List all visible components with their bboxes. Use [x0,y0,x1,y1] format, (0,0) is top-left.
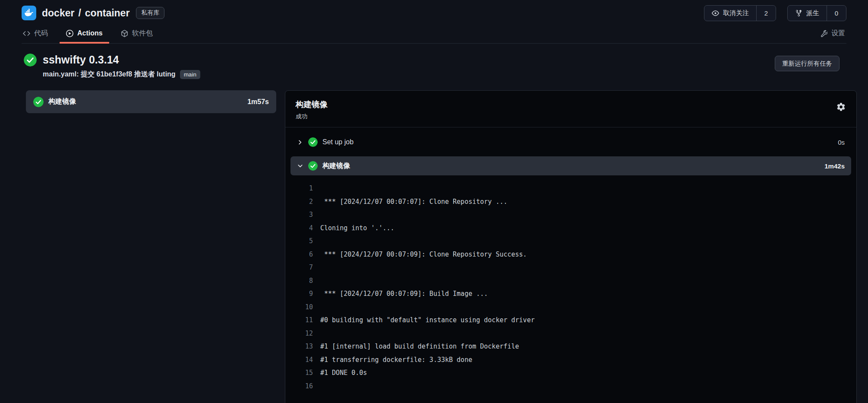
log-line-text: #0 building with "default" instance usin… [320,314,535,327]
run-title: sshwifty 0.3.14 [43,53,200,66]
log-line-number[interactable]: 9 [297,287,313,301]
log-line: 9 *** [2024/12/07 00:07:09]: Build Image… [297,287,841,301]
unwatch-label: 取消关注 [723,9,749,17]
page: docker / container 私有库 取消关注 2 [0,0,868,403]
tab-actions-label: Actions [77,29,103,37]
tab-actions[interactable]: Actions [65,23,104,43]
step-duration: 1m42s [824,162,845,170]
tab-code-label: 代码 [34,29,48,38]
fork-button-main[interactable]: 派生 [788,6,827,21]
log-line: 13 #1 [internal] load build definition f… [297,340,841,353]
job-panel-header: 构建镜像 成功 [285,91,856,127]
repo-title: docker / container [42,7,129,19]
log-line: 16 [297,380,841,393]
rerun-all-button[interactable]: 重新运行所有任务 [775,56,840,71]
log-line-number[interactable]: 2 [297,195,313,209]
log-line: 1 [297,182,841,195]
tab-code[interactable]: 代码 [22,23,49,43]
wrench-icon [820,30,827,37]
log-line: 3 [297,208,841,222]
run-meta-row: main.yaml: 提交 61be1f3ef8 推送者 luting main [43,70,200,79]
eye-icon [712,10,719,17]
run-header: sshwifty 0.3.14 main.yaml: 提交 61be1f3ef8… [0,44,868,79]
step-name: Set up job [322,138,354,146]
log-line: 8 [297,274,841,288]
log-line-text: *** [2024/12/07 00:07:09]: Build Image .… [320,287,488,301]
log-line: 5 [297,235,841,248]
repo-title-row: docker / container 私有库 取消关注 2 [22,0,846,22]
log-line-number[interactable]: 10 [297,301,313,314]
log-line: 14 #1 transferring dockerfile: 3.33kB do… [297,353,841,367]
repo-name-link[interactable]: container [85,7,130,19]
job-success-icon [33,97,44,107]
log-line: 12 [297,327,841,340]
log-line-number[interactable]: 13 [297,340,313,353]
log-line: 11 #0 building with "default" instance u… [297,314,841,327]
package-icon [121,30,128,37]
repo-header: docker / container 私有库 取消关注 2 [0,0,868,44]
steps-list: Set up job 0s 构建镜像 1m42s [285,127,856,401]
log-line: 2 *** [2024/12/07 00:07:07]: Clone Repos… [297,195,841,209]
log-line-text: *** [2024/12/07 00:07:07]: Clone Reposit… [320,195,507,209]
log-line-text: *** [2024/12/07 00:07:09]: Clone Reposit… [320,248,527,261]
tabs-spacer [170,23,803,43]
watchers-count[interactable]: 2 [756,6,776,21]
step-log: 1 2 *** [2024/12/07 00:07:07]: Clone Rep… [290,175,851,401]
unwatch-button-main[interactable]: 取消关注 [704,6,756,21]
log-line-number[interactable]: 12 [297,327,313,340]
step-success-icon [308,161,318,171]
tab-packages-label: 软件包 [132,29,153,38]
log-line-number[interactable]: 4 [297,222,313,235]
unwatch-button[interactable]: 取消关注 2 [704,5,776,21]
jobs-sidebar: 构建镜像 1m57s [26,90,276,113]
log-line-number[interactable]: 15 [297,366,313,380]
run-success-icon [24,54,37,67]
docker-whale-icon [24,8,34,18]
step-name: 构建镜像 [322,162,350,171]
log-line: 15 #1 DONE 0.0s [297,366,841,380]
fork-icon [795,10,802,17]
log-line-number[interactable]: 16 [297,380,313,393]
log-line: 6 *** [2024/12/07 00:07:09]: Clone Repos… [297,248,841,261]
run-meta-text: main.yaml: 提交 61be1f3ef8 推送者 luting [43,70,176,79]
log-line-number[interactable]: 11 [297,314,313,327]
log-line-number[interactable]: 3 [297,208,313,222]
forks-count[interactable]: 0 [827,6,846,21]
run-title-block: sshwifty 0.3.14 main.yaml: 提交 61be1f3ef8… [43,53,200,79]
step-duration: 0s [838,139,845,146]
log-line-number[interactable]: 14 [297,353,313,367]
repo-avatar[interactable] [22,6,36,20]
repo-owner-link[interactable]: docker [42,7,74,19]
job-options-button[interactable] [835,101,847,113]
tab-packages[interactable]: 软件包 [120,23,154,43]
branch-badge[interactable]: main [180,70,200,79]
job-name: 构建镜像 [48,97,76,106]
step-success-icon [308,137,318,147]
log-line: 7 [297,261,841,274]
gear-icon [836,102,846,112]
job-panel-status: 成功 [296,113,846,121]
repo-tabs: 代码 Actions 软件包 设置 [22,23,846,44]
fork-button[interactable]: 派生 0 [787,5,846,21]
log-line-number[interactable]: 7 [297,261,313,274]
tab-settings[interactable]: 设置 [819,23,846,43]
log-line-number[interactable]: 6 [297,248,313,261]
code-icon [23,30,30,37]
repo-title-separator: / [78,7,81,19]
step-setup-job[interactable]: Set up job 0s [290,133,851,152]
log-line-text: #1 [internal] load build definition from… [320,340,519,353]
log-line-text: #1 DONE 0.0s [320,366,367,380]
log-line-number[interactable]: 1 [297,182,313,195]
job-item-build-image[interactable]: 构建镜像 1m57s [26,90,276,113]
job-panel-title: 构建镜像 [296,99,846,110]
log-line-text: #1 transferring dockerfile: 3.33kB done [320,353,472,367]
job-detail-panel: 构建镜像 成功 Set u [285,90,857,403]
play-circle-icon [66,30,73,37]
log-line: 10 [297,301,841,314]
log-line-text: Cloning into '.'... [320,222,395,235]
step-build-image[interactable]: 构建镜像 1m42s [290,156,851,175]
log-line-number[interactable]: 5 [297,235,313,248]
log-line: 4 Cloning into '.'... [297,222,841,235]
visibility-badge: 私有库 [136,7,164,19]
log-line-number[interactable]: 8 [297,274,313,288]
